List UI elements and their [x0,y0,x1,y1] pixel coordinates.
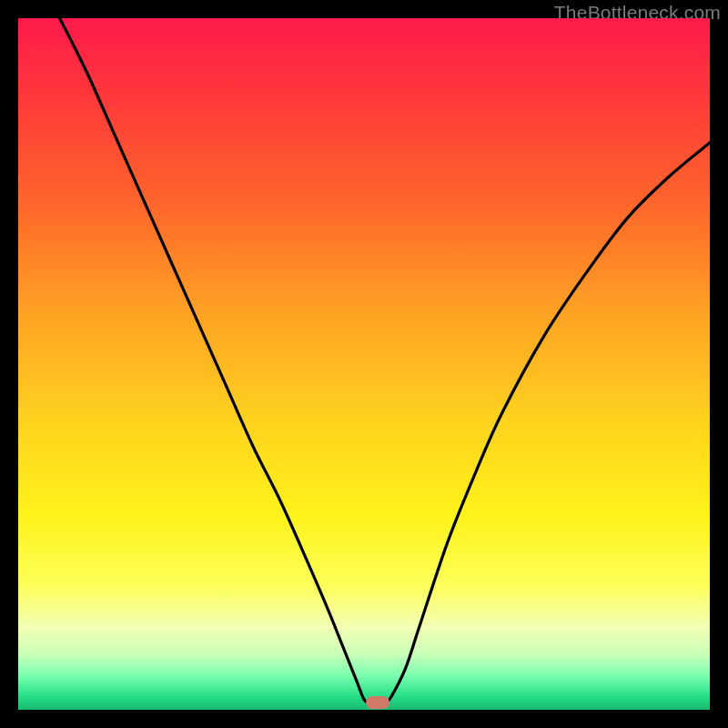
chart-frame: TheBottleneck.com [0,0,728,728]
optimal-marker [366,696,389,709]
bottleneck-curve [18,18,710,710]
plot-area [18,18,710,710]
